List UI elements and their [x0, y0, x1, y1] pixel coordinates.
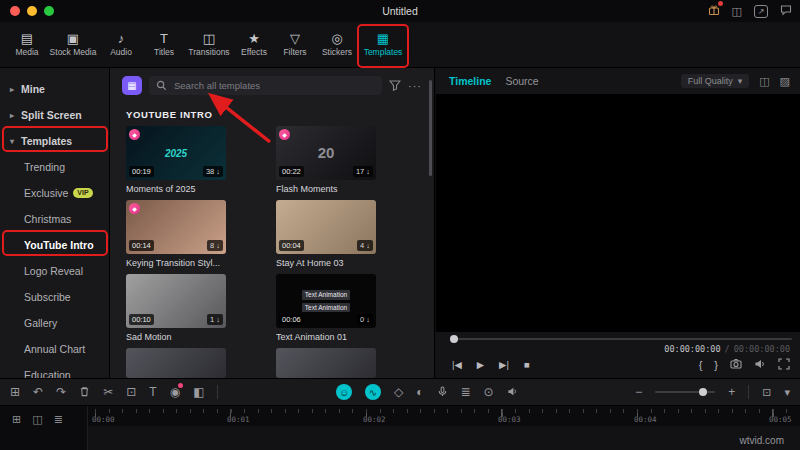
sidebar-item-mine[interactable]: ▸ Mine: [0, 76, 109, 102]
search-bar[interactable]: [149, 76, 382, 95]
template-card[interactable]: ◆ 20 00:22 17↓ Flash Moments: [276, 126, 418, 194]
tab-timeline[interactable]: Timeline: [449, 75, 491, 87]
keyframe-icon[interactable]: ◇: [394, 386, 403, 398]
tab-stickers[interactable]: ◎ Stickers: [316, 22, 358, 67]
template-card[interactable]: Text Animation Text Animation 00:06 0↓ T…: [276, 274, 418, 342]
template-category-button[interactable]: ▦: [122, 76, 142, 95]
zoom-slider[interactable]: [655, 391, 715, 393]
template-card[interactable]: ◆ 00:14 8↓ Keying Transition Styl...: [126, 200, 268, 268]
filters-icon: ▽: [290, 32, 300, 45]
sidebar-item-trending[interactable]: Trending: [0, 154, 109, 180]
snapshot-camera-icon[interactable]: [730, 358, 742, 372]
timeline-gutter: ⊞ ◫ ≣: [0, 406, 88, 450]
sidebar-item-subscribe[interactable]: Subscribe: [0, 284, 109, 310]
template-card-partial[interactable]: [126, 348, 226, 378]
layout-icon[interactable]: ◫: [732, 6, 742, 17]
tab-label: Effects: [241, 47, 267, 57]
template-card[interactable]: 00:10 1↓ Sad Motion: [126, 274, 268, 342]
undo-icon[interactable]: ↶: [33, 386, 43, 398]
timeline-ruler[interactable]: [88, 406, 800, 426]
sidebar-item-gallery[interactable]: Gallery: [0, 310, 109, 336]
apps-grid-icon[interactable]: ⊞: [10, 386, 20, 398]
sidebar-item-exclusive[interactable]: Exclusive VIP: [0, 180, 109, 206]
track-manager-icon[interactable]: ⊞: [12, 414, 21, 450]
sidebar-item-youtube-intro[interactable]: YouTube Intro: [0, 232, 109, 258]
chroma-key-icon[interactable]: ◧: [193, 386, 204, 398]
search-input[interactable]: [172, 79, 375, 92]
sidebar-item-templates[interactable]: ▾ Templates: [0, 128, 109, 154]
tab-label: Stock Media: [50, 47, 97, 57]
zoom-slider-handle[interactable]: [699, 388, 707, 396]
template-card-partial[interactable]: [276, 348, 376, 378]
sidebar-item-logo-reveal[interactable]: Logo Reveal: [0, 258, 109, 284]
preview-panel: Timeline Source Full Quality▾ ◫ ▨ 00:00:…: [436, 68, 800, 378]
speaker-icon[interactable]: [507, 386, 518, 399]
play-button[interactable]: ▶: [477, 360, 484, 370]
divider: [217, 385, 218, 399]
gift-icon[interactable]: [708, 4, 720, 18]
download-count: 0↓: [357, 314, 373, 325]
seek-bar[interactable]: [450, 335, 792, 343]
tab-transitions[interactable]: ◫ Transitions: [186, 22, 232, 67]
ruler-label: 00:00: [92, 415, 115, 424]
speaker-icon[interactable]: [754, 358, 766, 372]
mark-out-button[interactable]: }: [714, 360, 718, 371]
fit-to-timeline-icon[interactable]: ⊡: [762, 387, 771, 398]
zoom-out-icon[interactable]: −: [635, 386, 642, 398]
sidebar-item-christmas[interactable]: Christmas: [0, 206, 109, 232]
template-title: Moments of 2025: [126, 184, 262, 194]
tab-audio[interactable]: ♪ Audio: [100, 22, 142, 67]
ai-assistant-icon[interactable]: ☺: [336, 384, 352, 400]
add-text-icon[interactable]: T: [149, 386, 156, 398]
next-frame-button[interactable]: ▶|: [499, 360, 509, 370]
filter-icon[interactable]: [389, 77, 401, 95]
screen-record-icon[interactable]: ⊙: [484, 386, 494, 398]
tab-templates[interactable]: ▦ Templates: [360, 22, 406, 67]
crop-icon[interactable]: ⊡: [126, 386, 136, 398]
panel-layout-icon[interactable]: ◫: [759, 75, 769, 88]
microphone-icon[interactable]: [437, 386, 448, 399]
display-mode-icon[interactable]: ▨: [780, 75, 790, 88]
feedback-icon[interactable]: [780, 4, 792, 18]
transport-controls: |◀ ▶ ▶| ■ { }: [452, 356, 790, 374]
sidebar-item-split-screen[interactable]: ▸ Split Screen: [0, 102, 109, 128]
mark-in-button[interactable]: {: [699, 360, 703, 371]
template-card[interactable]: ◆ 2025 00:19 38↓ Moments of 2025: [126, 126, 268, 194]
sidebar-item-label: Split Screen: [21, 109, 82, 121]
previous-frame-button[interactable]: |◀: [452, 360, 462, 370]
audio-mixer-icon[interactable]: ≣: [461, 386, 471, 398]
thumbnail-caption: 2025: [165, 148, 187, 159]
collapse-panel-icon[interactable]: ▾: [784, 387, 790, 398]
tab-source[interactable]: Source: [505, 75, 538, 87]
more-options-button[interactable]: ···: [408, 80, 422, 92]
ai-audio-icon[interactable]: ∿: [365, 384, 381, 400]
zoom-in-icon[interactable]: +: [728, 386, 735, 398]
export-icon[interactable]: ↗: [754, 5, 768, 18]
magnet-icon[interactable]: ◫: [32, 414, 42, 450]
mask-icon[interactable]: ◐: [416, 386, 423, 398]
sidebar-item-annual-chart[interactable]: Annual Chart: [0, 336, 109, 362]
split-scissors-icon[interactable]: ✂: [103, 386, 113, 398]
quality-selector[interactable]: Full Quality▾: [681, 74, 750, 88]
stop-button[interactable]: ■: [524, 360, 530, 370]
thumbnail-caption: Text Animation: [302, 303, 350, 312]
tab-titles[interactable]: T Titles: [144, 22, 184, 67]
scrollbar[interactable]: [429, 80, 432, 176]
timeline-track-area[interactable]: [88, 426, 800, 450]
template-thumbnail: Text Animation Text Animation 00:06 0↓: [276, 274, 376, 328]
tab-effects[interactable]: ★ Effects: [234, 22, 274, 67]
ribbon-tabbar: ▤ Media ▣ Stock Media ♪ Audio T Titles ◫…: [0, 22, 800, 68]
fullscreen-icon[interactable]: [778, 358, 790, 372]
redo-icon[interactable]: ↷: [56, 386, 66, 398]
tab-filters[interactable]: ▽ Filters: [276, 22, 314, 67]
delete-icon[interactable]: [79, 386, 90, 399]
record-icon[interactable]: ◉: [170, 386, 180, 398]
templates-icon: ▦: [377, 32, 389, 45]
titles-icon: T: [160, 32, 168, 45]
template-card[interactable]: 00:04 4↓ Stay At Home 03: [276, 200, 418, 268]
link-clips-icon[interactable]: ≣: [54, 414, 63, 450]
tab-stock-media[interactable]: ▣ Stock Media: [48, 22, 98, 67]
playhead-handle[interactable]: [450, 335, 458, 343]
download-count: 38↓: [203, 166, 223, 177]
tab-media[interactable]: ▤ Media: [8, 22, 46, 67]
